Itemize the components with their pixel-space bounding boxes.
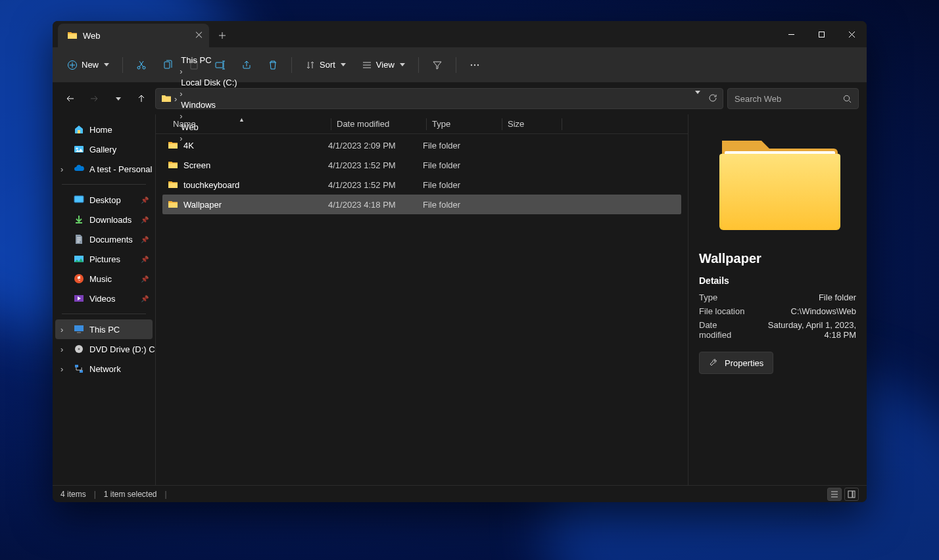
copy-button[interactable] bbox=[156, 53, 180, 77]
home-icon bbox=[74, 124, 84, 135]
status-bar: 4 items | 1 item selected | bbox=[53, 485, 867, 502]
maximize-button[interactable] bbox=[806, 21, 836, 47]
sidebar-item-dvd[interactable]: ›DVD Drive (D:) CCC bbox=[55, 339, 153, 359]
navigation-bar: › This PC›Local Disk (C:)›Windows›Web› S… bbox=[53, 83, 867, 114]
address-bar[interactable]: › This PC›Local Disk (C:)›Windows›Web› bbox=[155, 88, 723, 109]
sidebar-item-videos[interactable]: Videos📌 bbox=[55, 289, 153, 308]
file-type: File folder bbox=[423, 141, 498, 151]
breadcrumb-item[interactable]: Windows bbox=[180, 99, 238, 111]
forward-button[interactable] bbox=[84, 89, 104, 108]
sort-button[interactable]: Sort bbox=[299, 53, 352, 77]
address-dropdown[interactable] bbox=[694, 94, 700, 104]
file-list-pane: Name▲ Date modified Type Size 4K4/1/2023… bbox=[155, 114, 688, 485]
file-row[interactable]: 4K4/1/2023 2:09 PMFile folder bbox=[162, 135, 681, 155]
column-name[interactable]: Name▲ bbox=[168, 119, 331, 129]
pin-icon: 📌 bbox=[141, 256, 149, 263]
filter-button[interactable] bbox=[425, 53, 449, 77]
chevron-right-icon[interactable]: › bbox=[60, 325, 63, 335]
folder-icon bbox=[67, 30, 78, 41]
svg-point-8 bbox=[471, 64, 472, 65]
new-label: New bbox=[82, 60, 99, 70]
details-title: Wallpaper bbox=[699, 251, 856, 266]
copy-icon bbox=[162, 60, 173, 70]
chevron-right-icon[interactable]: › bbox=[60, 164, 63, 174]
sidebar-item-network[interactable]: ›Network bbox=[55, 359, 153, 379]
preview-view-toggle[interactable] bbox=[844, 488, 859, 501]
file-row[interactable]: Wallpaper4/1/2023 4:18 PMFile folder bbox=[162, 195, 681, 214]
search-box[interactable]: Search Web bbox=[727, 88, 859, 109]
new-tab-button[interactable] bbox=[209, 24, 235, 47]
new-icon bbox=[67, 60, 78, 70]
search-icon bbox=[843, 95, 852, 103]
column-size[interactable]: Size bbox=[502, 119, 562, 129]
pin-icon: 📌 bbox=[141, 295, 149, 302]
refresh-button[interactable] bbox=[708, 93, 717, 105]
svg-point-11 bbox=[844, 95, 849, 101]
breadcrumb-item[interactable]: This PC bbox=[180, 54, 238, 66]
close-tab-icon[interactable] bbox=[195, 31, 203, 41]
chevron-down-icon bbox=[116, 97, 121, 101]
svg-point-23 bbox=[78, 348, 80, 350]
pin-icon: 📌 bbox=[141, 236, 149, 243]
sidebar: Home Gallery ›A test - Personal Desktop📌… bbox=[53, 114, 155, 485]
file-type: File folder bbox=[423, 180, 498, 190]
breadcrumb-item[interactable]: Local Disk (C:) bbox=[180, 76, 238, 89]
column-date[interactable]: Date modified bbox=[331, 119, 426, 129]
sort-icon bbox=[305, 60, 316, 70]
svg-rect-4 bbox=[164, 62, 170, 68]
pictures-icon bbox=[74, 254, 84, 264]
up-button[interactable] bbox=[132, 89, 151, 108]
sort-label: Sort bbox=[320, 60, 335, 70]
file-explorer-window: Web New Sort bbox=[53, 21, 867, 502]
details-view-toggle[interactable] bbox=[827, 488, 842, 501]
file-row[interactable]: touchkeyboard4/1/2023 1:52 PMFile folder bbox=[162, 175, 681, 195]
titlebar: Web bbox=[53, 21, 867, 47]
folder-icon bbox=[161, 93, 172, 104]
pc-icon bbox=[74, 324, 84, 335]
sidebar-item-onedrive[interactable]: ›A test - Personal bbox=[55, 159, 153, 179]
sidebar-item-documents[interactable]: Documents📌 bbox=[55, 229, 153, 249]
chevron-right-icon: › bbox=[180, 133, 182, 143]
back-button[interactable] bbox=[60, 89, 80, 108]
tab-title: Web bbox=[83, 31, 101, 41]
sidebar-item-home[interactable]: Home bbox=[55, 120, 153, 139]
more-button[interactable] bbox=[463, 53, 487, 77]
delete-button[interactable] bbox=[261, 53, 285, 77]
file-name: Wallpaper bbox=[183, 200, 222, 210]
sidebar-item-thispc[interactable]: ›This PC bbox=[55, 319, 153, 339]
window-controls bbox=[776, 21, 867, 47]
cut-button[interactable] bbox=[130, 53, 153, 77]
chevron-right-icon: › bbox=[174, 94, 177, 104]
svg-rect-21 bbox=[77, 332, 81, 333]
chevron-right-icon: › bbox=[180, 66, 182, 76]
column-type[interactable]: Type bbox=[427, 119, 502, 129]
more-icon bbox=[470, 60, 480, 70]
chevron-right-icon[interactable]: › bbox=[60, 344, 63, 354]
folder-preview-icon bbox=[715, 134, 840, 233]
filter-icon bbox=[432, 60, 443, 70]
details-section: Details bbox=[699, 275, 856, 286]
file-row[interactable]: Screen4/1/2023 1:52 PMFile folder bbox=[162, 155, 681, 175]
sidebar-item-pictures[interactable]: Pictures📌 bbox=[55, 249, 153, 269]
svg-rect-20 bbox=[74, 325, 84, 331]
recent-button[interactable] bbox=[108, 89, 128, 108]
new-button[interactable]: New bbox=[60, 53, 116, 77]
sidebar-item-downloads[interactable]: Downloads📌 bbox=[55, 210, 153, 229]
chevron-right-icon: › bbox=[180, 89, 182, 99]
svg-rect-25 bbox=[80, 370, 83, 373]
chevron-down-icon bbox=[400, 63, 405, 66]
sidebar-item-desktop[interactable]: Desktop📌 bbox=[55, 190, 153, 210]
tab-web[interactable]: Web bbox=[58, 24, 209, 47]
toolbar: New Sort View bbox=[53, 47, 867, 83]
folder-icon bbox=[168, 160, 178, 170]
view-button[interactable]: View bbox=[355, 53, 412, 77]
view-label: View bbox=[376, 60, 395, 70]
close-button[interactable] bbox=[836, 21, 867, 47]
file-date: 4/1/2023 1:52 PM bbox=[328, 160, 423, 170]
sidebar-item-gallery[interactable]: Gallery bbox=[55, 139, 153, 159]
chevron-right-icon[interactable]: › bbox=[60, 364, 63, 374]
sidebar-item-music[interactable]: Music📌 bbox=[55, 269, 153, 289]
svg-rect-12 bbox=[78, 130, 80, 133]
properties-button[interactable]: Properties bbox=[699, 352, 773, 374]
minimize-button[interactable] bbox=[776, 21, 806, 47]
